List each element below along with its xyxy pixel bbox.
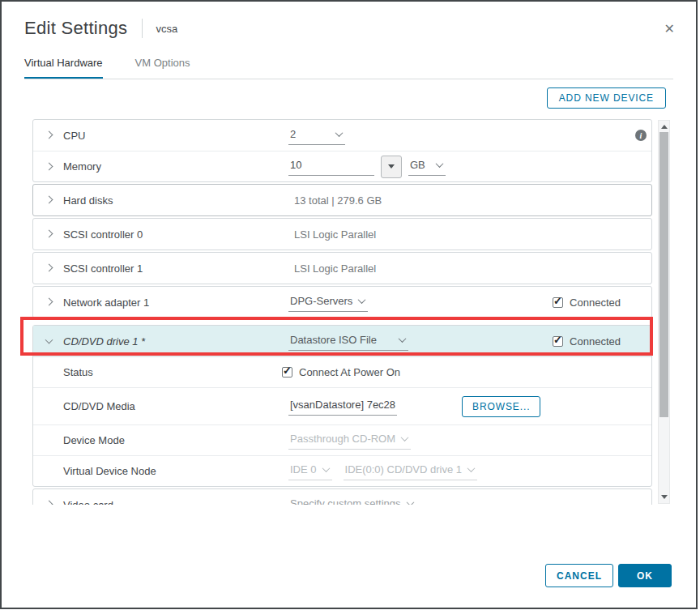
tab-bar: Virtual Hardware VM Options [24, 57, 190, 79]
ok-button[interactable]: OK [618, 564, 672, 587]
network-portgroup-value: DPG-Servers [290, 295, 352, 307]
video-settings-value: Specify custom settings [290, 497, 401, 505]
add-new-device-button[interactable]: ADD NEW DEVICE [547, 87, 666, 109]
cpu-count-value: 2 [290, 128, 296, 140]
chevron-right-icon[interactable] [45, 162, 53, 170]
device-mode-value: Passthrough CD-ROM [290, 433, 395, 445]
chevron-right-icon[interactable] [45, 263, 53, 271]
ide-node-dropdown: IDE(0:0) CD/DVD drive 1 [344, 462, 477, 480]
scrollbar-thumb[interactable] [659, 132, 668, 417]
cd-dvd-type-dropdown[interactable]: Datastore ISO File [288, 332, 408, 351]
memory-unit-dropdown[interactable]: GB [408, 157, 446, 176]
page-title: Edit Settings [24, 18, 127, 39]
connect-at-power-on-label: Connect At Power On [299, 366, 400, 378]
ide-node-value: IDE(0:0) CD/DVD drive 1 [345, 463, 462, 476]
cd-dvd-group: CD/DVD drive 1 * Datastore ISO File ✓ Co… [32, 325, 652, 487]
chevron-right-icon[interactable] [45, 500, 53, 505]
table-row-cd-dvd-media: CD/DVD Media BROWSE... [33, 387, 651, 424]
hard-disks-summary: 13 total | 279.6 GB [282, 194, 382, 207]
ide-controller-dropdown: IDE 0 [288, 462, 332, 480]
scsi0-summary: LSI Logic Parallel [282, 228, 376, 241]
scroll-down-icon[interactable] [661, 495, 668, 499]
table-row-scsi-controller-0: SCSI controller 0 LSI Logic Parallel [33, 219, 651, 250]
tab-vm-options[interactable]: VM Options [135, 57, 190, 79]
caret-down-icon [388, 164, 395, 168]
connect-at-power-on-checkbox[interactable]: ✓ [282, 367, 292, 378]
row-label: CD/DVD drive 1 * [63, 335, 282, 348]
chevron-down-icon[interactable] [45, 336, 53, 344]
cpu-memory-group: CPU 2 i Memory GB [32, 119, 652, 182]
connected-label: Connected [570, 296, 621, 309]
scsi1-group: SCSI controller 1 LSI Logic Parallel [32, 252, 652, 284]
chevron-down-icon [401, 433, 409, 442]
memory-stepper[interactable] [381, 156, 402, 178]
memory-size-input[interactable] [288, 157, 374, 176]
cd-dvd-connected-checkbox[interactable]: ✓ [553, 336, 563, 347]
cd-dvd-type-value: Datastore ISO File [290, 334, 377, 346]
table-row-cpu: CPU 2 i [33, 120, 651, 151]
table-row-cd-dvd-drive-1: CD/DVD drive 1 * Datastore ISO File ✓ Co… [33, 326, 651, 356]
network-connected-checkbox[interactable]: ✓ [553, 297, 563, 308]
row-label: Device Mode [63, 434, 282, 446]
table-row-video-card: Video card Specify custom settings [33, 489, 651, 505]
chevron-down-icon [436, 160, 444, 168]
close-icon[interactable]: ✕ [664, 23, 675, 36]
chevron-down-icon [399, 335, 407, 343]
row-label: Video card [63, 499, 282, 505]
network-portgroup-dropdown[interactable]: DPG-Servers [288, 293, 368, 312]
check-icon: ✓ [553, 295, 562, 307]
row-label: CD/DVD Media [63, 400, 282, 412]
chevron-down-icon [406, 498, 414, 505]
row-label: SCSI controller 1 [63, 262, 282, 275]
table-row-status: Status ✓ Connect At Power On [33, 356, 651, 387]
ide-controller-value: IDE 0 [290, 463, 317, 476]
memory-unit-value: GB [410, 159, 425, 171]
chevron-down-icon [322, 464, 330, 472]
chevron-down-icon [335, 129, 344, 137]
hard-disks-group: Hard disks 13 total | 279.6 GB [32, 184, 652, 216]
device-table: CPU 2 i Memory GB [32, 119, 652, 505]
connected-label: Connected [570, 335, 621, 348]
dialog-footer: CANCEL OK [545, 564, 672, 587]
tab-virtual-hardware[interactable]: Virtual Hardware [24, 57, 103, 79]
row-label: Memory [63, 160, 282, 173]
device-mode-dropdown: Passthrough CD-ROM [288, 431, 411, 450]
row-label: CPU [63, 130, 282, 142]
title-divider [142, 19, 143, 38]
cd-dvd-media-input[interactable] [288, 397, 397, 416]
table-row-virtual-device-node: Virtual Device Node IDE 0 IDE(0:0) CD/DV… [33, 455, 651, 486]
table-row-device-mode: Device Mode Passthrough CD-ROM [33, 424, 651, 455]
row-label: Virtual Device Node [63, 465, 282, 477]
table-row-network-adapter-1: Network adapter 1 DPG-Servers ✓ Connecte… [33, 287, 651, 318]
info-icon[interactable]: i [635, 130, 647, 141]
table-row-hard-disks: Hard disks 13 total | 279.6 GB [33, 185, 651, 215]
row-label: Status [63, 366, 282, 378]
cpu-count-dropdown[interactable]: 2 [288, 126, 345, 145]
edit-settings-dialog: Edit Settings vcsa ✕ Virtual Hardware VM… [0, 0, 698, 609]
scsi0-group: SCSI controller 0 LSI Logic Parallel [32, 218, 652, 250]
chevron-right-icon[interactable] [45, 195, 53, 203]
check-icon: ✓ [283, 365, 292, 377]
row-label: SCSI controller 0 [63, 228, 282, 241]
chevron-right-icon[interactable] [45, 229, 53, 237]
row-label: Network adapter 1 [63, 296, 282, 309]
chevron-right-icon[interactable] [45, 297, 53, 305]
table-row-scsi-controller-1: SCSI controller 1 LSI Logic Parallel [33, 253, 651, 284]
video-settings-dropdown[interactable]: Specify custom settings [288, 496, 416, 505]
check-icon: ✓ [553, 334, 562, 346]
chevron-down-icon [467, 464, 476, 472]
tab-bar-rule [24, 79, 673, 79]
row-label: Hard disks [63, 194, 282, 207]
browse-button[interactable]: BROWSE... [462, 396, 540, 417]
chevron-down-icon [358, 296, 366, 304]
vm-name: vcsa [156, 23, 177, 35]
network-adapter-group: Network adapter 1 DPG-Servers ✓ Connecte… [32, 286, 652, 318]
scroll-up-icon[interactable] [661, 125, 668, 129]
scsi1-summary: LSI Logic Parallel [282, 262, 376, 275]
cancel-button[interactable]: CANCEL [545, 564, 613, 587]
dialog-header: Edit Settings vcsa [24, 18, 177, 39]
vertical-scrollbar[interactable] [658, 120, 670, 504]
chevron-right-icon[interactable] [45, 130, 53, 139]
video-card-group: Video card Specify custom settings [32, 488, 652, 505]
table-row-memory: Memory GB [33, 151, 651, 181]
